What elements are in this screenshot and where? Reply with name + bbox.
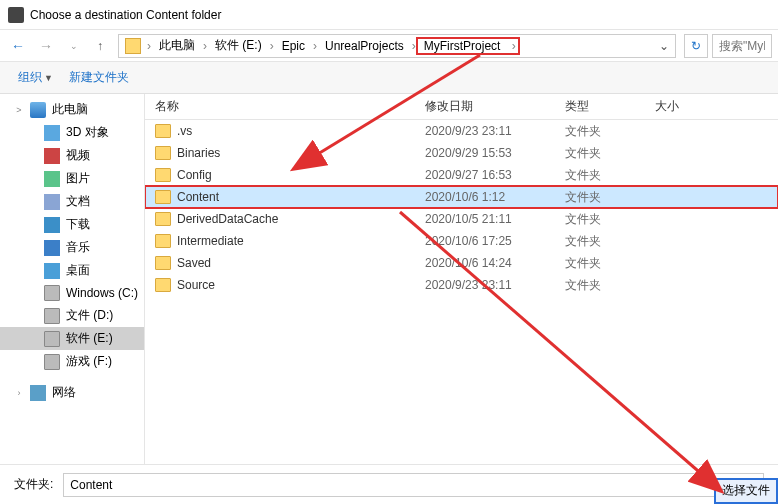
file-name: .vs (177, 124, 192, 138)
nav-bar: ← → ⌄ ↑ › 此电脑 › 软件 (E:) › Epic › UnrealP… (0, 30, 778, 62)
sidebar-item-label: 3D 对象 (66, 124, 109, 141)
chevron-right-icon[interactable]: › (311, 39, 319, 53)
folder-icon (155, 234, 171, 248)
breadcrumb[interactable]: › 此电脑 › 软件 (E:) › Epic › UnrealProjects … (118, 34, 676, 58)
column-name[interactable]: 名称 (145, 98, 415, 115)
sidebar-item[interactable]: 3D 对象 (0, 121, 144, 144)
sidebar-item-label: 网络 (52, 384, 76, 401)
back-button[interactable]: ← (6, 34, 30, 58)
column-date[interactable]: 修改日期 (415, 98, 555, 115)
select-folder-button[interactable]: 选择文件 (714, 478, 778, 504)
file-name: Intermediate (177, 234, 244, 248)
breadcrumb-item[interactable]: Epic (276, 35, 311, 57)
table-row[interactable]: .vs2020/9/23 23:11文件夹 (145, 120, 778, 142)
drive-icon (44, 308, 60, 324)
file-type: 文件夹 (555, 189, 645, 206)
file-type: 文件夹 (555, 167, 645, 184)
sidebar-item-label: 图片 (66, 170, 90, 187)
sidebar-item[interactable]: 桌面 (0, 259, 144, 282)
recent-dropdown[interactable]: ⌄ (62, 34, 86, 58)
expand-icon[interactable]: › (14, 388, 24, 398)
new-folder-button[interactable]: 新建文件夹 (63, 65, 135, 90)
sidebar-item-label: 视频 (66, 147, 90, 164)
drive-icon (44, 285, 60, 301)
dl-icon (44, 217, 60, 233)
app-icon (8, 7, 24, 23)
sidebar-item[interactable]: Windows (C:) (0, 282, 144, 304)
breadcrumb-item[interactable]: 此电脑 (153, 35, 201, 57)
sidebar-item[interactable]: 软件 (E:) (0, 327, 144, 350)
drive-icon (44, 331, 60, 347)
table-row[interactable]: Saved2020/10/6 14:24文件夹 (145, 252, 778, 274)
column-type[interactable]: 类型 (555, 98, 645, 115)
doc-icon (44, 194, 60, 210)
chevron-right-icon[interactable]: › (510, 39, 518, 53)
forward-button[interactable]: → (34, 34, 58, 58)
table-row[interactable]: Config2020/9/27 16:53文件夹 (145, 164, 778, 186)
table-row[interactable]: DerivedDataCache2020/10/5 21:11文件夹 (145, 208, 778, 230)
file-date: 2020/9/23 23:11 (415, 278, 555, 292)
pic-icon (44, 171, 60, 187)
folder-icon (155, 212, 171, 226)
folder-icon (155, 278, 171, 292)
breadcrumb-dropdown[interactable]: ⌄ (655, 39, 673, 53)
sidebar-item-network[interactable]: ›网络 (0, 381, 144, 404)
table-row[interactable]: Content2020/10/6 1:12文件夹 (145, 186, 778, 208)
window-title: Choose a destination Content folder (30, 8, 221, 22)
folder-icon (155, 124, 171, 138)
breadcrumb-item[interactable]: UnrealProjects (319, 35, 410, 57)
cube-icon (44, 125, 60, 141)
desk-icon (44, 263, 60, 279)
file-list: 名称 修改日期 类型 大小 .vs2020/9/23 23:11文件夹Binar… (145, 94, 778, 464)
breadcrumb-highlight: MyFirstProject › (416, 37, 520, 55)
sidebar-item-label: 游戏 (F:) (66, 353, 112, 370)
file-date: 2020/9/27 16:53 (415, 168, 555, 182)
file-date: 2020/10/6 17:25 (415, 234, 555, 248)
folder-icon (125, 38, 141, 54)
file-type: 文件夹 (555, 211, 645, 228)
table-row[interactable]: Source2020/9/23 23:11文件夹 (145, 274, 778, 296)
folder-icon (155, 190, 171, 204)
drive-icon (44, 354, 60, 370)
file-date: 2020/9/29 15:53 (415, 146, 555, 160)
sidebar-item-label: 文档 (66, 193, 90, 210)
file-name: Content (177, 190, 219, 204)
refresh-button[interactable]: ↻ (684, 34, 708, 58)
file-type: 文件夹 (555, 277, 645, 294)
file-date: 2020/10/5 21:11 (415, 212, 555, 226)
pc-icon (30, 102, 46, 118)
table-row[interactable]: Binaries2020/9/29 15:53文件夹 (145, 142, 778, 164)
file-type: 文件夹 (555, 233, 645, 250)
column-size[interactable]: 大小 (645, 98, 725, 115)
chevron-down-icon: ▼ (44, 73, 53, 83)
breadcrumb-item[interactable]: 软件 (E:) (209, 35, 268, 57)
chevron-right-icon[interactable]: › (201, 39, 209, 53)
file-type: 文件夹 (555, 255, 645, 272)
expand-icon[interactable]: > (14, 105, 24, 115)
sidebar-item[interactable]: 图片 (0, 167, 144, 190)
sidebar-item[interactable]: 游戏 (F:) (0, 350, 144, 373)
sidebar-item[interactable]: 下载 (0, 213, 144, 236)
sidebar-item[interactable]: >此电脑 (0, 98, 144, 121)
breadcrumb-item-current[interactable]: MyFirstProject (418, 39, 507, 53)
table-row[interactable]: Intermediate2020/10/6 17:25文件夹 (145, 230, 778, 252)
sidebar-item[interactable]: 视频 (0, 144, 144, 167)
file-name: Binaries (177, 146, 220, 160)
sidebar-item-label: 软件 (E:) (66, 330, 113, 347)
sidebar: >此电脑3D 对象视频图片文档下载音乐桌面Windows (C:)文件 (D:)… (0, 94, 145, 464)
main-area: >此电脑3D 对象视频图片文档下载音乐桌面Windows (C:)文件 (D:)… (0, 94, 778, 464)
organize-button[interactable]: 组织▼ (12, 65, 59, 90)
sidebar-item[interactable]: 文件 (D:) (0, 304, 144, 327)
sidebar-item[interactable]: 文档 (0, 190, 144, 213)
sidebar-item[interactable]: 音乐 (0, 236, 144, 259)
folder-icon (155, 168, 171, 182)
folder-input[interactable] (63, 473, 764, 497)
music-icon (44, 240, 60, 256)
chevron-right-icon[interactable]: › (145, 39, 153, 53)
search-input[interactable] (712, 34, 772, 58)
up-button[interactable]: ↑ (90, 36, 110, 56)
file-type: 文件夹 (555, 123, 645, 140)
sidebar-item-label: 此电脑 (52, 101, 88, 118)
chevron-right-icon[interactable]: › (268, 39, 276, 53)
file-type: 文件夹 (555, 145, 645, 162)
